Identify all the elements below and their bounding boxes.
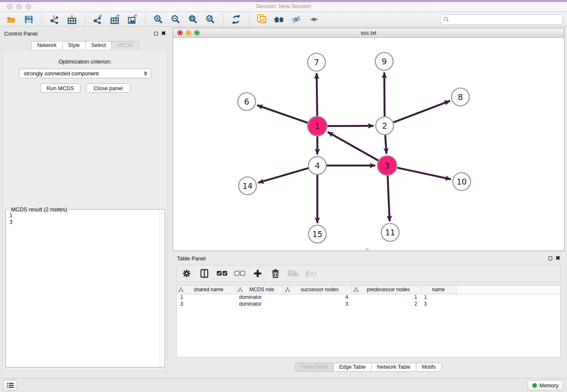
table-settings-button[interactable] <box>181 268 192 279</box>
close-panel-icon[interactable]: ✖ <box>161 31 166 36</box>
edge-1-2[interactable] <box>328 126 374 126</box>
column-header-MCDS-role[interactable]: MCDS role <box>236 286 283 294</box>
delete-table-button[interactable] <box>288 268 299 279</box>
tab-motifs[interactable]: Motifs <box>416 363 442 372</box>
edge-2-9[interactable] <box>384 72 385 116</box>
close-panel-button[interactable]: Close panel <box>86 83 130 93</box>
node-table[interactable]: shared nameMCDS rolesuccessor nodesprede… <box>176 285 561 357</box>
open-session-button[interactable] <box>4 13 19 26</box>
zoom-out-button[interactable] <box>168 13 183 26</box>
table-cell[interactable]: 3 <box>421 301 456 307</box>
zoom-fit-button[interactable] <box>186 13 200 26</box>
splitter-grip[interactable] <box>366 248 369 250</box>
edge-1-7[interactable] <box>317 73 317 116</box>
node-label-1: 1 <box>315 121 320 131</box>
edge-1-6[interactable] <box>257 105 308 123</box>
deselect-all-rows-button[interactable] <box>234 268 245 279</box>
column-header-successor-nodes[interactable]: successor nodes <box>283 286 352 294</box>
zoom-out-icon <box>171 14 181 25</box>
tab-edge-table[interactable]: Edge Table <box>333 363 372 372</box>
show-column-button[interactable] <box>199 268 210 279</box>
node-label-4: 4 <box>315 161 320 170</box>
export-image-button[interactable] <box>125 13 140 26</box>
network-window-titlebar[interactable]: ✕ − + scc.txt <box>173 28 564 38</box>
network-view-window: ✕ − + scc.txt 7968124314101511 <box>173 28 564 251</box>
trash-icon <box>271 269 280 278</box>
tab-network[interactable]: Network <box>31 41 63 50</box>
column-header-shared-name[interactable]: shared name <box>177 286 236 294</box>
table-cell[interactable]: 1 <box>352 294 421 301</box>
apply-layout-button[interactable] <box>229 13 243 26</box>
zoom-selected-button[interactable] <box>203 13 217 26</box>
first-neighbors-button[interactable] <box>272 13 286 26</box>
tree-icon <box>354 287 358 292</box>
delete-row-button[interactable] <box>270 268 281 279</box>
tab-network-table[interactable]: Network Table <box>371 363 416 372</box>
memory-button[interactable]: Memory <box>528 380 563 391</box>
float-panel-icon[interactable] <box>154 32 158 36</box>
save-session-button[interactable] <box>22 13 36 26</box>
zoom-in-button[interactable] <box>151 13 165 26</box>
export-network-button[interactable] <box>91 13 105 26</box>
edge-4-14[interactable] <box>258 168 308 183</box>
tab-style[interactable]: Style <box>62 41 86 50</box>
table-header-row[interactable]: shared nameMCDS rolesuccessor nodesprede… <box>177 286 560 294</box>
mcds-result-text[interactable]: 13 <box>6 210 160 367</box>
column-header-name[interactable]: name <box>421 286 456 294</box>
zoom-selected-icon <box>205 14 215 25</box>
edge-3-11[interactable] <box>388 176 390 221</box>
task-history-button[interactable] <box>3 380 17 391</box>
table-row[interactable]: 3dominator323 <box>177 301 560 307</box>
table-cell[interactable]: 3 <box>177 301 236 307</box>
criterion-value: strongly connected component <box>24 70 99 77</box>
control-panel-title: Control Panel <box>4 30 38 37</box>
edge-2-3[interactable] <box>385 135 386 154</box>
search-field[interactable] <box>440 14 563 25</box>
dropdown-stepper-icon <box>144 71 147 76</box>
node-label-15: 15 <box>312 229 322 239</box>
add-row-button[interactable] <box>252 268 263 279</box>
column-header-predecessor-nodes[interactable]: predecessor nodes <box>352 286 421 294</box>
tab-mcds[interactable]: MCDS <box>111 41 139 50</box>
edge-2-8[interactable] <box>394 101 450 122</box>
search-input[interactable] <box>451 17 559 22</box>
export-network-icon <box>93 14 103 25</box>
import-network-button[interactable] <box>47 13 62 26</box>
zoom-fit-icon <box>188 14 198 25</box>
criterion-dropdown[interactable]: strongly connected component <box>19 69 151 78</box>
table-cell[interactable]: 4 <box>283 294 352 301</box>
table-row[interactable]: 1dominator411 <box>177 294 560 301</box>
export-table-button[interactable] <box>108 13 122 26</box>
node-label-2: 2 <box>382 121 387 130</box>
tab-node-table[interactable]: Node Table <box>295 363 334 372</box>
table-cell[interactable]: 2 <box>352 301 421 307</box>
edge-3-1[interactable] <box>328 132 378 161</box>
edge-3-10[interactable] <box>397 168 451 179</box>
column-header-filler <box>456 286 560 294</box>
clone-network-button[interactable] <box>255 13 269 26</box>
table-cell[interactable]: 1 <box>177 294 236 301</box>
show-all-button[interactable] <box>307 13 321 26</box>
close-panel-icon[interactable]: ✖ <box>556 256 560 260</box>
table-cell[interactable]: 1 <box>421 294 456 301</box>
toolbar-separator <box>145 14 146 25</box>
result-scrollbar[interactable] <box>160 210 164 367</box>
network-canvas[interactable]: 7968124314101511 <box>173 38 564 251</box>
toolbar-separator <box>41 14 42 25</box>
list-icon <box>7 383 14 388</box>
run-mcds-button[interactable]: Run MCDS <box>40 83 80 93</box>
select-all-rows-button[interactable] <box>217 268 228 279</box>
hide-selected-button[interactable] <box>289 13 304 26</box>
memory-label: Memory <box>539 383 559 389</box>
result-line: 3 <box>9 219 156 226</box>
tab-select[interactable]: Select <box>85 41 112 50</box>
table-cell[interactable]: dominator <box>236 294 283 301</box>
table-cell[interactable]: dominator <box>236 301 283 307</box>
control-panel-tabs: Network Style Select MCDS <box>0 41 170 50</box>
float-panel-icon[interactable] <box>548 257 552 260</box>
table-cell[interactable]: 3 <box>283 301 352 307</box>
network-window-title: scc.txt <box>173 30 564 36</box>
table-panel-tabs: Node Table Edge Table Network Table Moti… <box>173 363 564 372</box>
function-builder-button[interactable]: f(x) <box>306 269 316 278</box>
import-table-button[interactable] <box>65 13 79 26</box>
